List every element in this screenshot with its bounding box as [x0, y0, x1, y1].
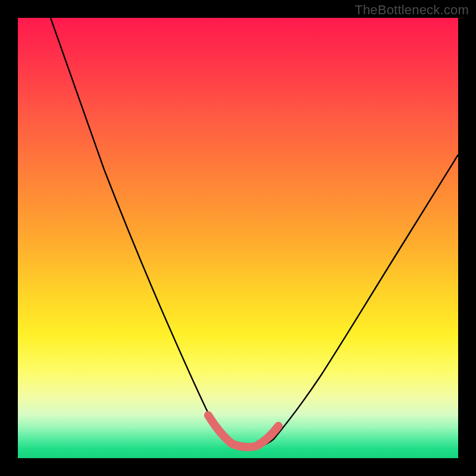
watermark-text: TheBottleneck.com [355, 2, 469, 18]
bottleneck-curve [51, 18, 458, 449]
optimal-range-highlight [208, 415, 278, 447]
chart-frame: TheBottleneck.com [0, 0, 476, 476]
plot-area [18, 18, 458, 458]
curve-layer [18, 18, 458, 458]
